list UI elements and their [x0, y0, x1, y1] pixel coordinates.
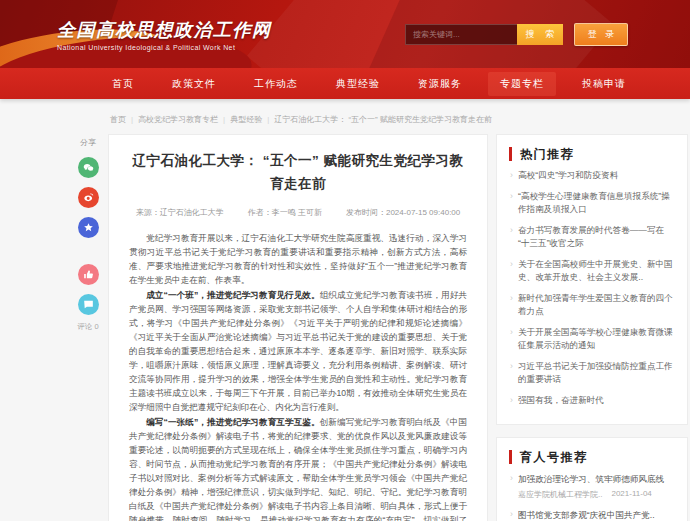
yuren-recommend-item[interactable]: 图书馆党支部参观“庆祝中国共产党.. 辽宁装备制造职业技术.. 2021-11-…: [509, 509, 675, 521]
yuren-item-date: 2021-11-04: [611, 489, 651, 500]
main-content: 分享 评论 0 辽宁石油化工大学： “五个一” 赋能研究生党纪学习教育走在前 来…: [0, 134, 690, 521]
wechat-glyph: [82, 161, 95, 174]
hot-recommend-item[interactable]: 高校“四史”学习和防疫资料: [509, 169, 675, 182]
nav-item[interactable]: 资源服务: [406, 72, 474, 96]
article-card: 辽宁石油化工大学： “五个一” 赋能研究生党纪学习教育走在前 来源：辽宁石油化工…: [108, 134, 488, 521]
article-paragraph: 成立“一个班”，推进党纪学习教育见行见效。组织成立党纪学习教育读书班，用好共产党…: [129, 288, 467, 414]
comment-glyph: [82, 298, 95, 311]
article-source: 来源：辽宁石油化工大学: [136, 207, 224, 218]
breadcrumb: 首页 高校党纪学习教育专栏 典型经验 辽宁石油化工大学： “五个一” 赋能研究生…: [110, 114, 690, 125]
yuren-item-meta: 嘉应学院机械工程学院.. 2021-11-04: [518, 489, 675, 500]
yuren-item-title[interactable]: 加强政治理论学习、筑牢师德师风底线: [518, 473, 675, 485]
article-paragraph: 编写“一张纸”，推进党纪学习教育互学互鉴。创新编写党纪学习教育明白纸及《中国共产…: [129, 415, 467, 521]
hot-recommend-item[interactable]: 习近平总书记关于加强疫情防控重点工作的重要讲话: [509, 360, 675, 386]
breadcrumb-item[interactable]: 首页: [110, 114, 126, 125]
share-label: 分享: [80, 137, 96, 148]
yuren-item-source: 嘉应学院机械工程学院..: [518, 489, 602, 500]
hot-recommend-item[interactable]: 奋力书写教育发展的时代答卷——写在“十三五”收官之际: [509, 224, 675, 250]
article-author: 作者：李一鸣 王可新: [248, 207, 322, 218]
nav-item[interactable]: 投稿申请: [570, 72, 638, 96]
hot-recommend-item[interactable]: 关于在全国高校师生中开展党史、新中国史、改革开放史、社会主义发展..: [509, 258, 675, 284]
sidebar: 热门推荐 高校“四史”学习和防疫资料 “高校学生心理健康教育信息填报系统”操作指…: [496, 134, 688, 521]
site-logo-chinese: 全国高校思想政治工作网: [57, 18, 272, 42]
search-button[interactable]: 搜 索: [517, 24, 563, 45]
hot-recommend-list: 高校“四史”学习和防疫资料 “高校学生心理健康教育信息填报系统”操作指南及填报入…: [509, 169, 675, 407]
site-logo[interactable]: 全国高校思想政治工作网 National University Ideologi…: [57, 18, 272, 51]
hot-recommend-item[interactable]: “高校学生心理健康教育信息填报系统”操作指南及填报入口: [509, 190, 675, 216]
breadcrumb-item[interactable]: 高校党纪学习教育专栏: [126, 114, 218, 125]
paragraph-lead: 编写“一张纸”，推进党纪学习教育互学互鉴。: [146, 417, 320, 427]
like-icon[interactable]: [78, 264, 99, 285]
hot-recommend-title: 热门推荐: [509, 147, 675, 161]
site-logo-english: National University Ideological & Politi…: [57, 44, 272, 51]
hot-recommend-item[interactable]: 关于开展全国高等学校心理健康教育微课征集展示活动的通知: [509, 326, 675, 352]
login-button[interactable]: 登 录: [574, 23, 628, 46]
yuren-recommend-title: 育人号推荐: [509, 450, 675, 464]
article-meta: 来源：辽宁石油化工大学 作者：李一鸣 王可新 发布时间：2024-07-15 0…: [129, 207, 467, 218]
breadcrumb-item[interactable]: 辽宁石油化工大学： “五个一” 赋能研究生党纪学习教育走在前: [262, 114, 492, 125]
nav-item[interactable]: 政策文件: [160, 72, 228, 96]
breadcrumb-item[interactable]: 典型经验: [218, 114, 262, 125]
nav-item[interactable]: 典型经验: [324, 72, 392, 96]
yuren-recommend-item[interactable]: 加强政治理论学习、筑牢师德师风底线 嘉应学院机械工程学院.. 2021-11-0…: [509, 473, 675, 500]
paragraph-lead: 成立“一个班”，推进党纪学习教育见行见效。: [146, 290, 320, 300]
comment-count: 评论 0: [77, 322, 98, 332]
nav-item[interactable]: 首页: [100, 72, 146, 96]
hot-recommend-card: 热门推荐 高校“四史”学习和防疫资料 “高校学生心理健康教育信息填报系统”操作指…: [496, 134, 688, 425]
yuren-recommend-card: 育人号推荐 加强政治理论学习、筑牢师德师风底线 嘉应学院机械工程学院.. 202…: [496, 437, 688, 521]
article-publish-time: 发布时间：2024-07-15 09:40:00: [346, 207, 460, 218]
wechat-icon[interactable]: [78, 157, 99, 178]
like-glyph: [82, 268, 95, 281]
main-nav: 首页 政策文件 工作动态 典型经验 资源服务 专题专栏 投稿申请: [0, 68, 690, 99]
weibo-glyph: [82, 191, 95, 204]
paragraph-text: 党纪学习教育开展以来，辽宁石油化工大学研究生院高度重视、迅速行动，深入学习贯彻习…: [129, 233, 467, 285]
header-actions: 搜 索 登 录: [405, 23, 628, 46]
weibo-icon[interactable]: [78, 187, 99, 208]
yuren-recommend-list: 加强政治理论学习、筑牢师德师风底线 嘉应学院机械工程学院.. 2021-11-0…: [509, 473, 675, 521]
paragraph-text: 创新编写党纪学习教育明白纸及《中国共产党纪律处分条例》解读电子书，将党的纪律要求…: [129, 417, 467, 521]
search-input[interactable]: [405, 24, 517, 45]
site-header: 全国高校思想政治工作网 National University Ideologi…: [0, 0, 690, 68]
nav-item[interactable]: 专题专栏: [488, 72, 556, 96]
yuren-item-title[interactable]: 图书馆党支部参观“庆祝中国共产党..: [518, 509, 675, 521]
article-paragraph: 党纪学习教育开展以来，辽宁石油化工大学研究生院高度重视、迅速行动，深入学习贯彻习…: [129, 231, 467, 287]
comment-icon[interactable]: [78, 294, 99, 315]
nav-item[interactable]: 工作动态: [242, 72, 310, 96]
search-box: 搜 索: [405, 24, 563, 45]
hot-recommend-item[interactable]: 新时代加强青年学生爱国主义教育的四个着力点: [509, 292, 675, 318]
qzone-glyph: [82, 221, 95, 234]
article-title: 辽宁石油化工大学： “五个一” 赋能研究生党纪学习教育走在前: [129, 150, 467, 196]
share-rail: 分享 评论 0: [75, 134, 101, 332]
paragraph-text: 组织成立党纪学习教育读书班，用好共产党员网、学习强国等网络资源，采取党支部书记领…: [129, 290, 467, 412]
hot-recommend-item[interactable]: 强国有我，奋进新时代: [509, 394, 675, 407]
qzone-icon[interactable]: [78, 217, 99, 238]
article-body: 党纪学习教育开展以来，辽宁石油化工大学研究生院高度重视、迅速行动，深入学习贯彻习…: [129, 231, 467, 521]
